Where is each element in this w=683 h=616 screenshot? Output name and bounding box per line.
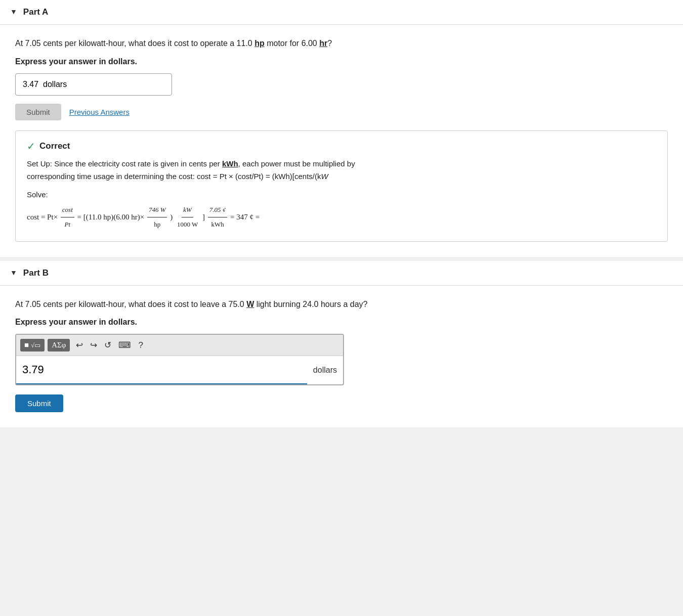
part-a-button-row: Submit Previous Answers	[15, 104, 668, 120]
part-b-section: ▼ Part B At 7.05 cents per kilowatt-hour…	[0, 261, 683, 428]
part-a-question: At 7.05 cents per kilowatt-hour, what do…	[15, 37, 668, 50]
keyboard-button[interactable]: ⌨	[115, 338, 134, 353]
part-b-answer-input[interactable]	[16, 356, 307, 384]
part-b-unit: dollars	[307, 359, 343, 382]
toolbar-greek-group[interactable]: ΑΣφ	[48, 339, 70, 351]
editor-toolbar: ■ √▭ ΑΣφ ↩ ↪ ↺ ⌨ ?	[16, 335, 343, 356]
math-solution: cost = Pt× cost Pt = [(11.0 hp)(6.00 hr)…	[27, 203, 656, 232]
part-a-body: At 7.05 cents per kilowatt-hour, what do…	[0, 25, 683, 257]
correct-feedback-box: ✓ Correct Set Up: Since the electricity …	[15, 130, 668, 242]
page-container: ▼ Part A At 7.05 cents per kilowatt-hour…	[0, 0, 683, 427]
correct-setup-text: Set Up: Since the electricity cost rate …	[27, 157, 656, 183]
part-a-submit-button[interactable]: Submit	[15, 104, 61, 120]
part-b-express-label: Express your answer in dollars.	[15, 318, 668, 327]
correct-header: ✓ Correct	[27, 140, 656, 152]
part-a-header[interactable]: ▼ Part A	[0, 0, 683, 25]
redo-button[interactable]: ↪	[87, 338, 100, 353]
editor-input-row: dollars	[16, 356, 343, 384]
greek-symbol: ΑΣφ	[52, 341, 66, 349]
part-a-previous-answers-link[interactable]: Previous Answers	[69, 108, 130, 116]
part-b-body: At 7.05 cents per kilowatt-hour, what do…	[0, 286, 683, 428]
undo-button[interactable]: ↩	[73, 338, 86, 353]
part-a-title: Part A	[23, 7, 48, 17]
part-b-submit-button[interactable]: Submit	[15, 394, 63, 412]
part-b-header[interactable]: ▼ Part B	[0, 261, 683, 286]
toolbar-symbol-group[interactable]: ■ √▭	[20, 339, 45, 351]
refresh-button[interactable]: ↺	[101, 338, 114, 353]
solve-label: Solve:	[27, 190, 656, 199]
check-icon: ✓	[27, 140, 35, 152]
chevron-down-icon: ▼	[10, 8, 17, 16]
math-editor: ■ √▭ ΑΣφ ↩ ↪ ↺ ⌨ ? dollars	[15, 334, 344, 385]
radical-icon: √▭	[31, 341, 40, 349]
part-a-section: ▼ Part A At 7.05 cents per kilowatt-hour…	[0, 0, 683, 257]
chevron-down-icon-b: ▼	[10, 269, 17, 277]
square-icon: ■	[24, 341, 29, 349]
part-a-answer-input[interactable]	[15, 73, 172, 96]
part-b-title: Part B	[23, 268, 49, 278]
part-b-question: At 7.05 cents per kilowatt-hour, what do…	[15, 298, 668, 311]
correct-label: Correct	[39, 141, 70, 151]
part-a-express-label: Express your answer in dollars.	[15, 57, 668, 66]
help-button[interactable]: ?	[135, 338, 146, 353]
